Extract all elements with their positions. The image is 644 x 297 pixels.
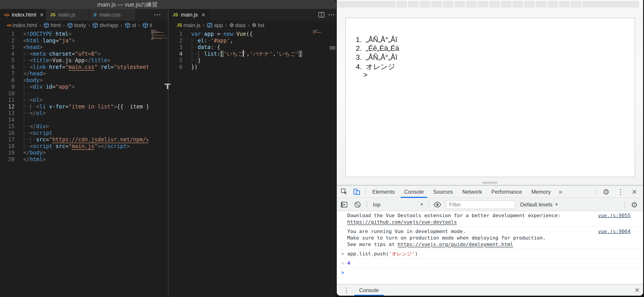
browser-tab[interactable] <box>582 1 639 8</box>
devtools-close-icon[interactable]: × <box>632 187 637 197</box>
browser-tabstrip[interactable] <box>337 0 643 8</box>
code-line[interactable]: ··<script·src="main.js"></script> <box>23 143 148 150</box>
source-location-link[interactable]: vue.js:9064 <box>598 228 630 234</box>
split-editor-icon[interactable] <box>318 12 324 18</box>
devtools-menu-icon[interactable]: ⋮ <box>617 188 624 196</box>
console-settings-icon[interactable]: ⚙ <box>631 200 638 209</box>
tab-index.html[interactable]: <>index.html× <box>0 9 46 20</box>
devtools-tab-console[interactable]: Console <box>399 186 428 198</box>
code-line[interactable]: <body> <box>23 77 148 84</box>
code-line[interactable]: ··<div·id="app"> <box>23 84 148 90</box>
devtools-tab-network[interactable]: Network <box>458 186 486 198</box>
code-line[interactable]: ··<title>Vue.js·App</title> <box>23 57 148 64</box>
devtools-tab-sources[interactable]: Sources <box>428 186 458 198</box>
code-line[interactable]: ··} <box>191 57 312 64</box>
devtools-tab-performance[interactable]: Performance <box>486 186 526 198</box>
code-line[interactable] <box>23 117 148 124</box>
console-sidebar-icon[interactable] <box>340 201 348 208</box>
breadcrumb-item[interactable]: body <box>74 22 86 28</box>
code-line[interactable]: </head> <box>23 70 148 77</box>
breadcrumb-item[interactable]: app <box>214 22 223 28</box>
code-line[interactable]: <!DOCTYPE·html> <box>23 31 148 38</box>
code-line[interactable]: </html> <box>23 156 148 163</box>
breadcrumb-item[interactable]: ol <box>132 22 136 28</box>
console-link[interactable]: https://github.com/vuejs/vue-devtools <box>347 219 457 225</box>
log-levels-selector[interactable]: Default levels <box>520 202 552 208</box>
code-editor[interactable]: var·app·=·new·Vue({··el:·'#app',··data:·… <box>191 31 312 70</box>
scrollbar-thumb[interactable] <box>330 46 336 50</box>
browser-tab[interactable] <box>571 1 582 8</box>
code-line[interactable]: ····src="https://cdn.jsdelivr.net/npm/vu… <box>23 136 148 143</box>
clear-console-icon[interactable] <box>354 201 361 208</box>
breadcrumb[interactable]: JSmain.js›app›⚙data›⚙list <box>177 20 264 30</box>
browser-tab[interactable] <box>420 1 430 8</box>
code-line[interactable]: ··data:·{ <box>191 44 312 51</box>
device-toolbar-icon[interactable] <box>353 188 360 196</box>
editor-actions-more-icon[interactable]: ⋯ <box>154 10 161 19</box>
code-line[interactable]: ·· <box>23 90 148 97</box>
more-tabs-icon[interactable]: » <box>558 188 562 196</box>
code-line[interactable]: ··<ol> <box>23 97 148 104</box>
tab-close-icon[interactable]: × <box>202 11 206 18</box>
inspect-element-icon[interactable] <box>340 188 348 196</box>
console-filter-input[interactable]: Filter <box>446 200 515 209</box>
code-line[interactable]: <head> <box>23 44 148 51</box>
source-location-link[interactable]: vue.js:9055 <box>598 212 630 219</box>
browser-tab[interactable] <box>466 1 477 8</box>
code-line[interactable]: </body> <box>23 150 148 156</box>
browser-tab[interactable] <box>454 1 465 8</box>
browser-tab[interactable] <box>408 1 418 8</box>
code-line[interactable]: }) <box>191 64 312 71</box>
devtools-tab-elements[interactable]: Elements <box>368 186 399 198</box>
breadcrumb-item[interactable]: main.js <box>183 22 200 28</box>
drawer-console-tab[interactable]: Console <box>354 284 384 296</box>
breadcrumb-item[interactable]: list <box>258 22 264 28</box>
context-dropdown-icon[interactable]: ▼ <box>420 202 424 207</box>
code-line[interactable]: ····list:['いちご','バナナ','いちご'] <box>191 51 312 58</box>
devtools-tab-memory[interactable]: Memory <box>527 186 556 198</box>
breadcrumb[interactable]: <>index.html›html›body›div#app›ol›li <box>7 20 152 30</box>
code-line[interactable]: ··<link·href="main.css"·rel="stylesheet"… <box>23 64 148 71</box>
browser-tab[interactable] <box>443 1 454 8</box>
code-editor[interactable]: <!DOCTYPE·html><html·lang="ja"><head>··<… <box>23 31 148 163</box>
breadcrumb-item[interactable]: index.html <box>12 22 37 28</box>
console-link[interactable]: https://vuejs.org/guide/deployment.html <box>398 242 513 247</box>
browser-tab[interactable] <box>501 1 512 8</box>
editor-actions-more-icon[interactable]: ⋯ <box>328 10 335 19</box>
levels-dropdown-icon[interactable]: ▼ <box>554 202 558 207</box>
code-line[interactable]: ····<li·v-for="item·in·list">{{··item·}}… <box>23 104 148 110</box>
browser-tab[interactable] <box>512 1 523 8</box>
whitespace-dots: · <box>233 31 236 37</box>
breadcrumb-item[interactable]: data <box>235 22 246 28</box>
devtools-settings-icon[interactable]: ⚙ <box>603 188 609 196</box>
code-line[interactable]: ··</div> <box>23 123 148 130</box>
drawer-close-icon[interactable]: × <box>635 285 640 295</box>
tab-main.js[interactable]: JSmain.js <box>46 9 89 20</box>
drawer-menu-icon[interactable]: ⋮ <box>343 286 350 294</box>
browser-tab[interactable] <box>396 1 407 8</box>
devtools-resize-handle[interactable] <box>482 182 498 184</box>
browser-tab[interactable] <box>536 1 546 8</box>
breadcrumb-item[interactable]: div#app <box>100 22 118 28</box>
vscode-titlebar[interactable]: main.js — vue.jsの練習 <box>0 0 336 9</box>
browser-tab[interactable] <box>548 1 558 8</box>
breadcrumb-item[interactable]: li <box>150 22 152 28</box>
browser-tab[interactable] <box>478 1 488 8</box>
code-line[interactable]: ··</ol> <box>23 110 148 117</box>
code-line[interactable]: ··el:·'#app', <box>191 38 312 44</box>
code-line[interactable]: <html·lang="ja"> <box>23 38 148 44</box>
browser-tab[interactable] <box>524 1 535 8</box>
live-expression-icon[interactable] <box>433 200 442 209</box>
browser-tab[interactable] <box>431 1 442 8</box>
code-line[interactable]: ··<meta·charset="uft=8"> <box>23 51 148 58</box>
breadcrumb-item[interactable]: html <box>50 22 60 28</box>
browser-tab[interactable] <box>337 1 395 8</box>
tab-main.css[interactable]: #main.css <box>90 9 135 20</box>
code-line[interactable]: var·app·=·new·Vue({ <box>191 31 312 38</box>
tab-close-icon[interactable]: × <box>40 11 44 18</box>
context-selector[interactable]: top <box>373 202 380 208</box>
tab-main.js[interactable]: JSmain.js× <box>168 9 209 20</box>
code-line[interactable]: ··<script <box>23 130 148 137</box>
browser-tab[interactable] <box>559 1 570 8</box>
browser-tab[interactable] <box>489 1 500 8</box>
